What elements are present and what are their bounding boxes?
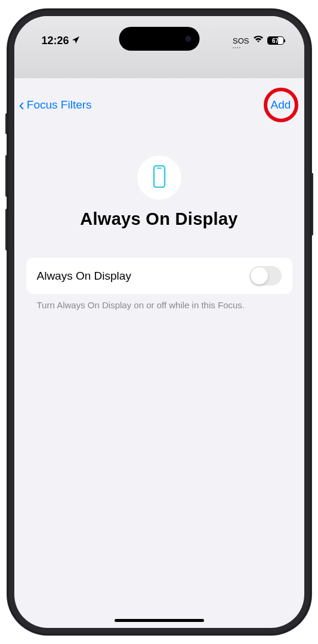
always-on-display-toggle[interactable] bbox=[249, 266, 282, 286]
status-time: 12:26 bbox=[42, 35, 69, 47]
always-on-display-row[interactable]: Always On Display bbox=[26, 258, 292, 294]
nav-bar: ‹ Focus Filters Add bbox=[14, 78, 304, 132]
sos-indicator: SOS bbox=[233, 36, 249, 45]
volume-down-button bbox=[5, 209, 7, 250]
volume-up-button bbox=[5, 155, 7, 197]
back-button[interactable]: ‹ Focus Filters bbox=[19, 97, 92, 113]
add-button[interactable]: Add bbox=[263, 86, 300, 123]
highlight-circle-icon bbox=[264, 88, 298, 122]
home-indicator[interactable] bbox=[115, 619, 204, 622]
feature-icon-circle bbox=[137, 156, 181, 200]
chevron-back-icon: ‹ bbox=[19, 97, 24, 113]
phone-frame: 12:26 SOS 67 bbox=[7, 9, 311, 635]
location-icon bbox=[72, 36, 80, 46]
dynamic-island bbox=[119, 27, 199, 51]
setting-description: Turn Always On Display on or off while i… bbox=[26, 294, 292, 310]
phone-icon bbox=[152, 165, 166, 190]
back-label: Focus Filters bbox=[27, 98, 92, 112]
silent-switch bbox=[5, 113, 7, 134]
screen: 12:26 SOS 67 bbox=[14, 16, 304, 628]
status-left: 12:26 bbox=[42, 35, 80, 47]
content: Always On Display Always On Display Turn… bbox=[14, 132, 304, 310]
toggle-knob bbox=[251, 267, 268, 284]
svg-rect-0 bbox=[154, 166, 165, 187]
setting-label: Always On Display bbox=[37, 270, 131, 283]
header-section: Always On Display bbox=[26, 156, 292, 229]
page-title: Always On Display bbox=[80, 209, 238, 229]
battery-icon: 67 bbox=[267, 36, 285, 45]
status-bar-area: 12:26 SOS 67 bbox=[14, 16, 304, 78]
power-button bbox=[311, 173, 313, 236]
status-right: SOS 67 bbox=[233, 35, 285, 46]
wifi-icon bbox=[253, 35, 264, 46]
